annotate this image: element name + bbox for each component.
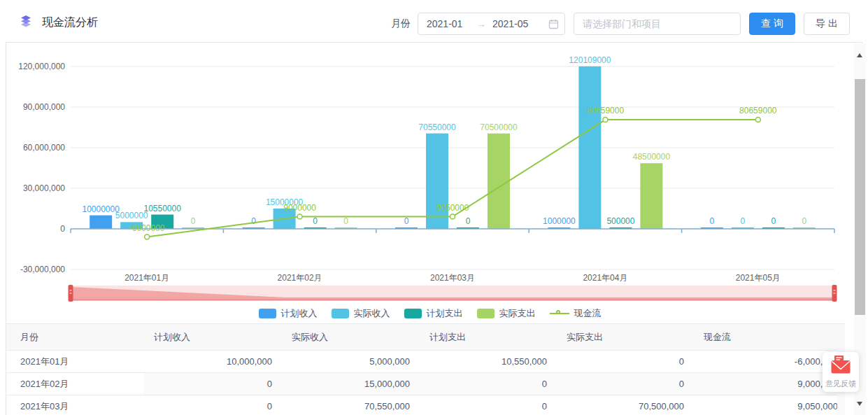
chart-label: 120109000 — [569, 55, 611, 65]
month-cell: 2021年02月 — [6, 373, 144, 395]
date-range-arrow: → — [470, 19, 492, 29]
chart-label: 30,000,000 — [23, 183, 65, 193]
scroll-up-arrow-icon[interactable] — [857, 53, 862, 57]
chart-label: 0 — [802, 216, 806, 226]
column-header-实际支出: 实际支出 — [557, 324, 694, 351]
chart-bar-实际支出 — [488, 134, 510, 229]
chart-label: 0 — [60, 224, 65, 234]
month-field-label: 月份 — [391, 17, 411, 30]
chart-label: 120,000,000 — [18, 62, 65, 71]
chart-label: 2021年03月 — [430, 273, 475, 283]
page-scrollbar-thumb[interactable] — [855, 79, 865, 315]
chart-label: 70550000 — [418, 122, 456, 132]
chart-label: 0 — [343, 216, 348, 226]
chart-label: 0 — [191, 216, 196, 226]
chart-line-point — [603, 118, 608, 122]
chart-label: 2021年01月 — [124, 273, 169, 283]
value-cell: 0 — [144, 373, 282, 395]
scroll-down-arrow-icon[interactable] — [857, 402, 862, 406]
chart-bar-实际收入 — [578, 66, 601, 229]
top-toolbar: 现金流分析 月份 2021-01 → 2021-05 查询 导出 — [6, 6, 862, 43]
datazoom-edge — [71, 300, 834, 301]
value-cell: 15,000,000 — [282, 373, 420, 395]
column-header-计划支出: 计划支出 — [420, 324, 557, 351]
legend-item-现金流[interactable]: 现金流 — [550, 307, 602, 320]
value-cell: 9,050,000 — [694, 395, 845, 415]
column-header-现金流: 现金流 — [694, 324, 845, 351]
query-button[interactable]: 查询 — [749, 13, 795, 35]
date-range-picker[interactable]: 2021-01 → 2021-05 — [418, 13, 565, 35]
chart-label: 80659000 — [739, 106, 777, 115]
chart-label: 0 — [251, 216, 256, 226]
chart-label: 10550000 — [144, 204, 182, 213]
legend-item-实际支出[interactable]: 实际支出 — [477, 307, 536, 320]
legend-label: 现金流 — [574, 307, 602, 320]
value-cell: 0 — [144, 395, 282, 415]
export-button[interactable]: 导出 — [804, 13, 850, 35]
value-cell: 5,000,000 — [282, 351, 420, 373]
chart-legend: 计划收入实际收入计划支出实际支出 现金流 — [6, 306, 854, 321]
column-header-实际收入: 实际收入 — [282, 324, 420, 351]
value-cell: 10,550,000 — [420, 351, 557, 373]
dept-project-input[interactable] — [574, 13, 741, 35]
chart-label: 0 — [709, 216, 714, 226]
chart-label: 10000000 — [83, 204, 120, 214]
legend-swatch — [332, 309, 349, 318]
chart-label: -30,000,000 — [20, 265, 65, 274]
value-cell: 70,500,000 — [557, 395, 694, 415]
page-title: 现金流分析 — [42, 15, 98, 30]
legend-swatch — [404, 309, 422, 318]
legend-label: 计划支出 — [427, 307, 463, 320]
value-cell: 0 — [557, 373, 694, 395]
legend-item-计划支出[interactable]: 计划支出 — [404, 307, 463, 320]
table-row: 2021年03月070,550,000070,500,0009,050,000 — [6, 395, 845, 415]
chart-label: 80659000 — [587, 106, 625, 115]
value-cell: 70,550,000 — [282, 395, 420, 415]
legend-swatch — [477, 309, 495, 318]
value-cell: 10,000,000 — [144, 351, 282, 373]
column-header-计划收入: 计划收入 — [144, 324, 282, 351]
chart-label: 48500000 — [633, 152, 671, 162]
month-cell: 2021年03月 — [6, 395, 144, 415]
cashflow-table: 月份计划收入实际收入计划支出实际支出现金流 2021年01月10,000,000… — [6, 323, 845, 415]
chart-label: 60,000,000 — [23, 143, 65, 153]
column-header-月份: 月份 — [6, 324, 144, 351]
chart-label: 2021年02月 — [278, 273, 322, 283]
table-row: 2021年01月10,000,0005,000,00010,550,0000-6… — [6, 351, 845, 373]
chart-label: 500000 — [606, 216, 634, 226]
cashflow-chart: 120,000,00090,000,00060,000,00030,000,00… — [6, 43, 850, 323]
legend-item-计划收入[interactable]: 计划收入 — [259, 307, 318, 320]
legend-item-实际收入[interactable]: 实际收入 — [332, 307, 390, 320]
value-cell: 0 — [557, 351, 694, 373]
legend-label: 计划收入 — [281, 307, 318, 320]
chart-label: 0 — [466, 216, 471, 226]
chart-label: 0 — [771, 216, 776, 226]
date-start-value[interactable]: 2021-01 — [427, 18, 470, 29]
chart-label: 0 — [404, 216, 409, 226]
feedback-label: 意见反馈 — [825, 379, 856, 389]
chart-label: 90,000,000 — [23, 102, 65, 112]
chart-label: 2021年04月 — [583, 273, 627, 283]
chart-line-point — [755, 118, 760, 122]
chart-bar-实际收入 — [426, 134, 448, 229]
chart-label: 2021年05月 — [736, 273, 781, 283]
chart-bar-计划收入 — [90, 216, 112, 229]
chart-line-point — [145, 234, 150, 239]
cashflow-table-wrap: 月份计划收入实际收入计划支出实际支出现金流 2021年01月10,000,000… — [6, 323, 845, 415]
chart-label: 70500000 — [480, 122, 518, 132]
legend-swatch — [259, 309, 276, 318]
legend-label: 实际收入 — [354, 307, 390, 320]
month-cell: 2021年01月 — [6, 351, 144, 373]
table-header-row: 月份计划收入实际收入计划支出实际支出现金流 — [6, 324, 845, 351]
envelope-icon — [830, 355, 851, 377]
date-end-value[interactable]: 2021-05 — [492, 18, 536, 29]
legend-line-swatch — [550, 309, 569, 318]
chart-label: 0 — [740, 216, 745, 226]
chart-label: 0 — [313, 216, 318, 226]
feedback-button[interactable]: 意见反馈 — [823, 352, 859, 392]
chart-bar-实际支出 — [640, 163, 662, 229]
value-cell: 0 — [420, 373, 557, 395]
chart-line-point — [297, 214, 302, 219]
calendar-icon — [548, 19, 559, 29]
chart-label: 1000000 — [543, 216, 576, 226]
